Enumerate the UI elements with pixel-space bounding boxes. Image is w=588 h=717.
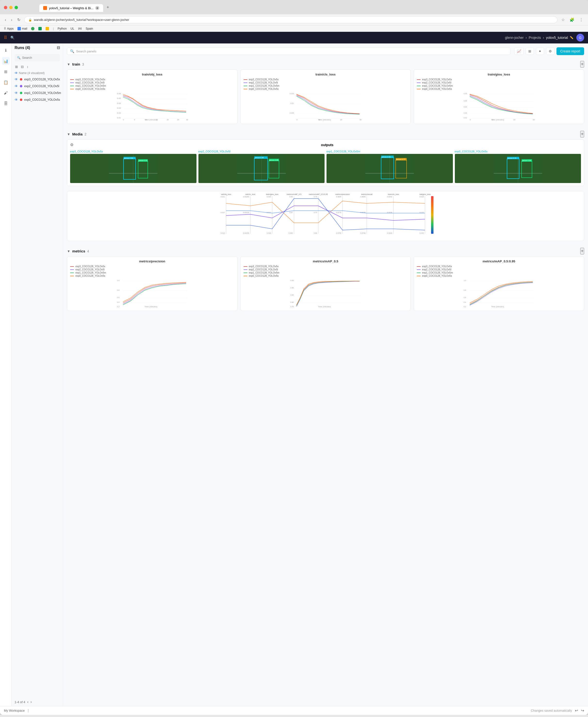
sidebar-search[interactable]: 🔍 ⊕ [15,54,60,61]
columns-btn[interactable]: ⊟ [20,64,24,69]
tab-bar: yolov5_tutorial – Weights & Bi... ✕ + [39,3,112,12]
section-metrics-header[interactable]: ▼ metrics 4 + [67,246,584,256]
table-icon-btn[interactable]: ⊞ [2,68,10,76]
traffic-light-yellow[interactable] [9,6,13,9]
browser-tab[interactable]: yolov5_tutorial – Weights & Bi... ✕ [39,4,103,12]
svg-text:10: 10 [318,119,320,121]
redo-btn[interactable]: ↪ [581,708,584,713]
sparkle-btn[interactable]: ✦ [536,47,544,55]
section-train-title: ▼ train 3 [67,62,84,66]
section-metrics-add-btn[interactable]: + [580,248,584,254]
chevron-down-icon-train: ▼ [67,62,70,66]
run-item-1[interactable]: 👁 exp2_COCO128_YOLOv5l [12,83,63,89]
legend-map05-line-1 [244,269,247,270]
chart-area-giou-loss: 0.05 0.04 0.03 0.02 0.01 Time (minutes) [417,92,581,121]
breadcrumb-sep2: › [543,36,544,40]
refresh-btn[interactable]: ↻ [16,17,21,23]
undo-btn[interactable]: ↩ [575,708,578,713]
section-media-header[interactable]: ▼ Media 2 + [67,129,584,139]
toolbar-actions: 📈 ⊞ ✦ ⚙ Create report [514,47,584,55]
chart-icon-btn[interactable]: 📊 [2,57,10,65]
bookmark-apps[interactable]: ⠿ Apps [4,27,14,30]
svg-text:Time (minutes): Time (minutes) [318,306,331,308]
bookmark-python[interactable]: Python [58,27,67,30]
bookmark-g[interactable] [31,27,35,30]
back-btn[interactable]: ‹ [4,17,7,23]
svg-text:0.66: 0.66 [314,232,317,234]
legend-giou-line-1 [417,83,421,83]
bookmark-iai[interactable]: IAI [78,27,82,30]
run-eye-0: 👁 [15,78,18,81]
svg-text:person 0.93: person 0.93 [382,156,391,158]
reports-icon-btn[interactable]: 📋 [2,78,10,86]
svg-text:20: 20 [167,119,169,121]
bookmark-btn[interactable]: ☆ [560,17,566,23]
media-panel: ⚙ outputs exp3_COCO128_YOLOv5x [67,139,584,186]
breadcrumb-user[interactable]: glenn-jocher [505,36,524,40]
runs-view-toggle[interactable]: ⊟ [57,45,60,50]
section-media-add-btn[interactable]: + [580,131,584,137]
grid-view-btn[interactable]: ⊞ [526,47,534,55]
workspace-edit-icon[interactable]: ✏️ [570,36,573,39]
pagination-prev[interactable]: ‹ [27,700,28,704]
legend-map0595-0: exp3_COCO128_YOLOv5x [417,265,581,268]
breadcrumb: glenn-jocher › Projects › yolov5_tutoria… [505,36,573,40]
filter-btn[interactable]: ⊞ [15,64,18,69]
svg-text:0.80: 0.80 [290,302,294,303]
breadcrumb-projects[interactable]: Projects [529,36,541,40]
brush-icon-btn[interactable]: 🖌 [2,89,10,97]
chart-view-btn[interactable]: 📈 [514,47,524,55]
legend-item-2: exp1_COCO128_YOLOv5m [70,84,234,87]
legend-map0595-3: exp0_COCO128_YOLOv5s [417,274,581,277]
svg-text:person 0.77: person 0.77 [396,159,405,160]
svg-text:0.4: 0.4 [117,302,119,303]
run-name-2: exp1_COCO128_YOLOv5m [24,91,61,95]
db-icon-btn[interactable]: 🗄 [2,100,10,107]
sort-btn[interactable]: ↕ [26,64,29,69]
address-bar[interactable]: 🔒 wandb.ai/glenn-jocher/yolov5_tutorial?… [24,16,558,23]
bookmark-ul[interactable]: UL [70,27,74,30]
create-report-btn[interactable]: Create report [556,47,584,55]
lock-icon: 🔒 [28,18,32,22]
svg-text:train/giou_loss: train/giou_loss [266,193,278,196]
section-train-add-btn[interactable]: + [580,61,584,67]
pagination-next[interactable]: › [30,700,31,704]
footer-workspace-label: My Workspace [4,709,25,712]
sidebar-search-input[interactable] [22,56,63,59]
svg-text:0.015: 0.015 [419,232,424,234]
search-panels[interactable]: 🔍 Search panels [67,47,510,55]
avatar[interactable]: G [576,34,584,41]
pagination-text: 1-4 of 4 [15,700,25,704]
new-tab-btn[interactable]: + [104,3,112,12]
legend-map05-3: exp0_COCO128_YOLOv5s [244,274,408,277]
workspace-menu-btn[interactable]: ⋮ [27,709,30,712]
media-img-2: person 0.93 person 0.77 [327,154,453,183]
settings-btn[interactable]: ⚙ [546,47,554,55]
svg-text:train/cls_loss: train/cls_loss [388,193,399,196]
section-train-header[interactable]: ▼ train 3 + [67,59,584,69]
eye-icon: 👁 [15,71,18,75]
run-item-2[interactable]: 👁 exp1_COCO128_YOLOv5m [12,89,63,96]
svg-text:val/giou_loss: val/giou_loss [419,193,430,196]
legend-precision-line-2 [70,272,74,273]
media-settings-icon[interactable]: ⚙ [70,142,74,147]
svg-text:0.015: 0.015 [290,93,294,95]
bookmark-drive[interactable] [46,27,49,30]
svg-text:person 0.89: person 0.89 [269,159,278,161]
run-name-1: exp2_COCO128_YOLOv5l [24,84,59,88]
bookmark-spain[interactable]: Spain [86,27,93,30]
forward-btn[interactable]: › [10,17,13,23]
traffic-light-red[interactable] [4,6,7,9]
info-icon-btn[interactable]: ℹ [2,46,10,54]
bookmark-sheets[interactable] [38,27,42,30]
tab-close-btn[interactable]: ✕ [95,6,99,10]
parallel-coords-panel: val/obj_loss val/cls_loss train/giou_los… [67,191,584,241]
bookmark-mail[interactable]: mail [18,27,27,30]
run-item-0[interactable]: 👁 exp3_COCO128_YOLOv5x [12,76,63,83]
menu-btn[interactable]: ⋮ [578,17,584,23]
run-item-3[interactable]: 👁 exp0_COCO128_YOLOv5s [12,96,63,103]
legend-giou-0: exp3_COCO128_YOLOv5x [417,78,581,81]
legend-cls-line-3 [244,89,247,89]
extensions-btn[interactable]: 🧩 [569,17,575,23]
traffic-light-green[interactable] [15,6,18,9]
